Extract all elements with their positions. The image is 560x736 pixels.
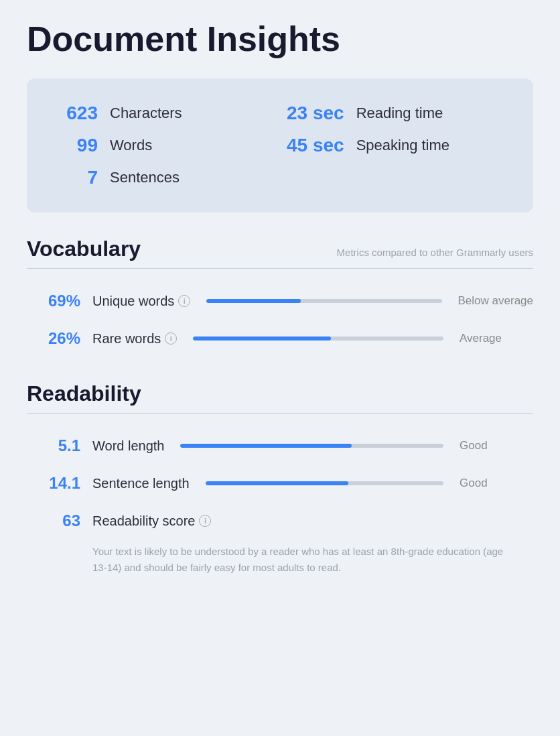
vocabulary-subtitle: Metrics compared to other Grammarly user… <box>337 247 533 258</box>
rare-words-bar-track <box>193 336 443 341</box>
sentence-length-bar-container <box>206 481 443 485</box>
metric-row-sentence-length: 14.1 Sentence length Good <box>27 465 533 502</box>
stat-label-sentences: Sentences <box>110 169 180 186</box>
stat-label-speaking-time: Speaking time <box>356 137 449 154</box>
sentence-length-bar-fill <box>206 481 348 485</box>
stat-row-sentences: 7 Sentences <box>51 162 273 194</box>
vocabulary-section-header: Vocabulary Metrics compared to other Gra… <box>27 237 533 261</box>
vocabulary-divider <box>27 268 533 269</box>
metric-row-rare-words: 26% Rare words i Average <box>27 320 533 357</box>
rare-words-bar-fill <box>193 336 331 341</box>
metric-value-word-length: 5.1 <box>27 436 80 455</box>
metric-value-rare-words: 26% <box>27 329 80 348</box>
stat-value-words: 99 <box>51 135 98 156</box>
vocabulary-section: Vocabulary Metrics compared to other Gra… <box>27 237 533 357</box>
page-title: Document Insights <box>27 20 533 58</box>
word-length-bar-fill <box>180 444 351 448</box>
stat-value-speaking-time: 45 sec <box>287 135 344 156</box>
metric-row-word-length: 5.1 Word length Good <box>27 427 533 465</box>
metric-label-sentence-length: Sentence length <box>92 476 190 491</box>
word-length-bar-track <box>180 444 443 448</box>
stat-row-characters: 623 Characters <box>51 97 273 129</box>
readability-section: Readability 5.1 Word length Good 14.1 Se… <box>27 381 533 576</box>
stats-left-column: 623 Characters 99 Words 7 Sentences <box>51 97 273 194</box>
metric-rating-word-length: Good <box>460 439 533 452</box>
metric-row-unique-words: 69% Unique words i Below average <box>27 282 533 320</box>
word-length-bar-container <box>180 444 443 448</box>
metric-rating-rare-words: Average <box>460 332 533 345</box>
metric-label-unique-words: Unique words i <box>92 294 190 309</box>
stat-row-reading-time: 23 sec Reading time <box>287 97 509 129</box>
metric-rating-sentence-length: Good <box>460 477 533 490</box>
rare-words-info-icon[interactable]: i <box>165 332 177 345</box>
stat-value-sentences: 7 <box>51 167 98 188</box>
metric-rating-unique-words: Below average <box>458 294 533 308</box>
stat-label-reading-time: Reading time <box>356 105 443 122</box>
stats-right-column: 23 sec Reading time 45 sec Speaking time <box>287 97 509 194</box>
stat-row-words: 99 Words <box>51 129 273 162</box>
readability-section-header: Readability <box>27 381 533 406</box>
metric-row-readability-score: 63 Readability score i <box>27 502 533 540</box>
stat-value-characters: 623 <box>51 103 98 124</box>
unique-words-bar-fill <box>206 299 300 303</box>
unique-words-bar-container <box>206 299 441 303</box>
rare-words-bar-container <box>193 336 443 341</box>
metric-value-unique-words: 69% <box>27 292 80 310</box>
stats-card: 623 Characters 99 Words 7 Sentences 23 s… <box>27 78 533 212</box>
unique-words-info-icon[interactable]: i <box>178 295 190 307</box>
readability-description: Your text is likely to be understood by … <box>92 544 533 576</box>
metric-label-readability-score: Readability score i <box>92 513 211 529</box>
unique-words-bar-track <box>206 299 441 303</box>
stat-label-words: Words <box>110 137 152 154</box>
stat-row-speaking-time: 45 sec Speaking time <box>287 129 509 162</box>
readability-title: Readability <box>27 381 141 406</box>
readability-score-info-icon[interactable]: i <box>199 515 211 527</box>
sentence-length-bar-track <box>206 481 443 485</box>
readability-divider <box>27 413 533 414</box>
metric-value-sentence-length: 14.1 <box>27 474 80 493</box>
metric-label-word-length: Word length <box>92 438 164 454</box>
vocabulary-title: Vocabulary <box>27 237 141 261</box>
metric-value-readability-score: 63 <box>27 511 80 530</box>
stat-value-reading-time: 23 sec <box>287 103 344 124</box>
stat-label-characters: Characters <box>110 105 182 122</box>
metric-label-rare-words: Rare words i <box>92 331 177 347</box>
